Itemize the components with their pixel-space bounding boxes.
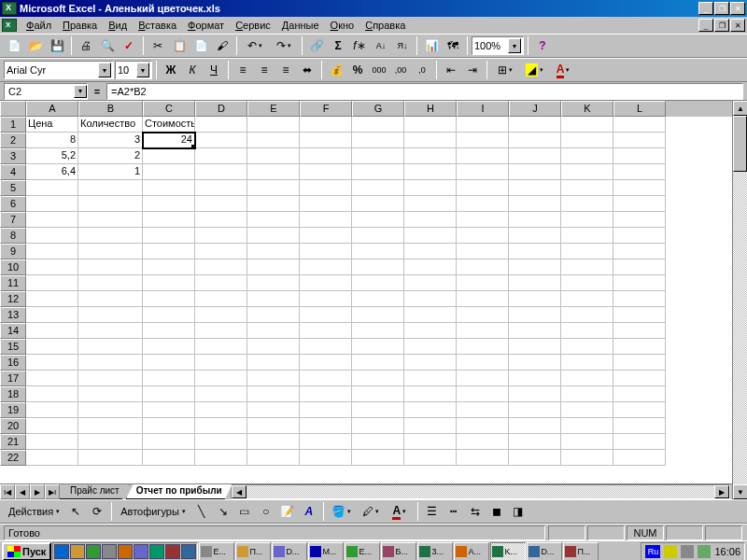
cell-A9[interactable] <box>26 244 78 259</box>
cell-A6[interactable] <box>26 196 78 212</box>
scroll-thumb[interactable] <box>733 117 747 172</box>
cell-G2[interactable] <box>352 133 404 148</box>
cell-A2[interactable]: 8 <box>26 133 78 148</box>
oval-button[interactable]: ○ <box>256 501 276 522</box>
cell-C1[interactable]: Стоимость <box>143 117 195 133</box>
cell-L15[interactable] <box>613 339 666 355</box>
cell-F21[interactable] <box>300 434 352 450</box>
cell-D8[interactable] <box>195 228 247 244</box>
copy-button[interactable]: 📋 <box>169 35 190 56</box>
cell-D4[interactable] <box>195 164 247 180</box>
linecolor-draw-button[interactable]: 🖊 <box>357 501 385 522</box>
cell-D10[interactable] <box>195 259 247 275</box>
cell-I4[interactable] <box>457 164 509 180</box>
task-button[interactable]: D... <box>272 542 307 561</box>
align-center-button[interactable]: ≡ <box>254 60 275 80</box>
help-button[interactable]: ? <box>532 35 553 56</box>
cell-G5[interactable] <box>352 180 404 196</box>
sheet-tab[interactable]: Прайс лист <box>60 484 130 499</box>
cut-button[interactable]: ✂ <box>148 35 168 56</box>
cell-H18[interactable] <box>404 386 457 402</box>
cell-L2[interactable] <box>613 133 666 148</box>
menu-сервис[interactable]: Сервис <box>230 19 276 32</box>
format-painter-button[interactable]: 🖌 <box>212 35 233 56</box>
map-button[interactable]: 🗺 <box>443 35 463 56</box>
cell-I6[interactable] <box>457 196 509 212</box>
cell-A18[interactable] <box>26 386 78 402</box>
cell-A16[interactable] <box>26 355 78 371</box>
cell-H15[interactable] <box>404 339 457 355</box>
cell-A20[interactable] <box>26 418 78 434</box>
cell-L1[interactable] <box>613 117 666 133</box>
textbox-button[interactable]: 📝 <box>277 501 298 522</box>
cell-B9[interactable] <box>78 244 143 259</box>
cell-K16[interactable] <box>561 355 613 371</box>
currency-button[interactable]: 💰 <box>326 60 346 80</box>
cell-D17[interactable] <box>195 371 247 386</box>
cell-H10[interactable] <box>404 259 457 275</box>
cell-B12[interactable] <box>78 291 143 307</box>
align-right-button[interactable]: ≡ <box>275 60 296 80</box>
cell-B22[interactable] <box>78 450 143 466</box>
cell-D21[interactable] <box>195 434 247 450</box>
autosum-button[interactable]: Σ <box>328 35 348 56</box>
cell-F11[interactable] <box>300 275 352 291</box>
cell-E15[interactable] <box>247 339 300 355</box>
tray-icon-3[interactable] <box>698 545 711 558</box>
cell-L8[interactable] <box>613 228 666 244</box>
cell-D6[interactable] <box>195 196 247 212</box>
cell-F7[interactable] <box>300 212 352 228</box>
cell-E19[interactable] <box>247 402 300 418</box>
cell-E3[interactable] <box>247 148 300 164</box>
cell-H20[interactable] <box>404 418 457 434</box>
cell-L13[interactable] <box>613 307 666 323</box>
cell-I16[interactable] <box>457 355 509 371</box>
task-button[interactable]: E... <box>345 542 380 561</box>
cell-A21[interactable] <box>26 434 78 450</box>
cell-L7[interactable] <box>613 212 666 228</box>
cell-K11[interactable] <box>561 275 613 291</box>
cell-F10[interactable] <box>300 259 352 275</box>
cell-F16[interactable] <box>300 355 352 371</box>
mdi-minimize-button[interactable]: _ <box>698 19 713 32</box>
cell-B3[interactable]: 2 <box>78 148 143 164</box>
shadow-button[interactable]: ◼ <box>486 501 507 522</box>
cell-J14[interactable] <box>509 323 561 339</box>
cell-I10[interactable] <box>457 259 509 275</box>
cell-C11[interactable] <box>143 275 195 291</box>
cell-K12[interactable] <box>561 291 613 307</box>
cell-L17[interactable] <box>613 371 666 386</box>
col-header-F[interactable]: F <box>300 101 352 117</box>
cell-L14[interactable] <box>613 323 666 339</box>
cell-K22[interactable] <box>561 450 613 466</box>
cell-J10[interactable] <box>509 259 561 275</box>
vertical-scrollbar[interactable]: ▲ ▼ <box>732 117 747 483</box>
cell-K20[interactable] <box>561 418 613 434</box>
cell-A22[interactable] <box>26 450 78 466</box>
cell-D22[interactable] <box>195 450 247 466</box>
row-header-21[interactable]: 21 <box>0 434 26 450</box>
cell-G13[interactable] <box>352 307 404 323</box>
actions-button[interactable]: Действия <box>4 501 64 522</box>
cell-B5[interactable] <box>78 180 143 196</box>
cell-F17[interactable] <box>300 371 352 386</box>
cell-H12[interactable] <box>404 291 457 307</box>
cell-C17[interactable] <box>143 371 195 386</box>
cell-J21[interactable] <box>509 434 561 450</box>
cell-L18[interactable] <box>613 386 666 402</box>
task-button[interactable]: 3... <box>417 542 453 561</box>
cell-B11[interactable] <box>78 275 143 291</box>
cell-L20[interactable] <box>613 418 666 434</box>
cell-J22[interactable] <box>509 450 561 466</box>
cell-F12[interactable] <box>300 291 352 307</box>
fontcolor-draw-button[interactable]: A <box>386 501 414 522</box>
cell-C3[interactable] <box>143 148 195 164</box>
cell-I20[interactable] <box>457 418 509 434</box>
hyperlink-button[interactable]: 🔗 <box>306 35 327 56</box>
font-combo[interactable]: Arial Cyr▼ <box>4 61 114 79</box>
cell-A15[interactable] <box>26 339 78 355</box>
tray-icon-1[interactable] <box>664 545 677 558</box>
print-preview-button[interactable]: 🔍 <box>97 35 118 56</box>
cell-K4[interactable] <box>561 164 613 180</box>
ie-icon[interactable] <box>54 544 69 559</box>
